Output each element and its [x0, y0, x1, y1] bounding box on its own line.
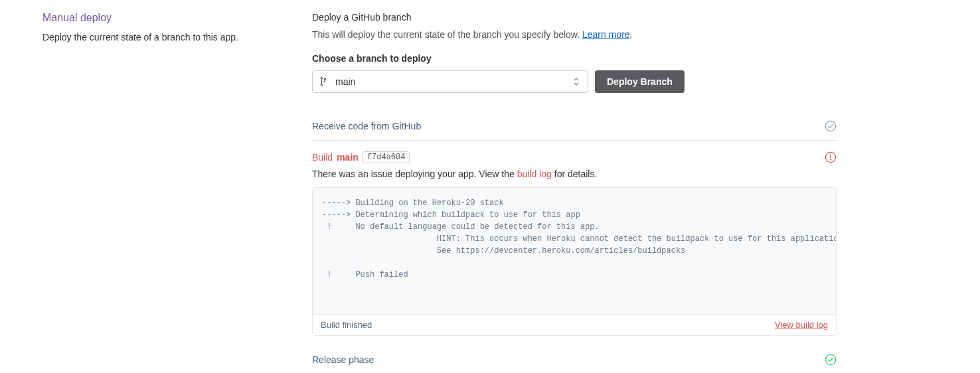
build-log-box: -----> Building on the Heroku-20 stack -… [312, 187, 837, 336]
svg-point-0 [825, 121, 835, 131]
deploy-branch-button[interactable]: Deploy Branch [595, 70, 685, 93]
build-log-footer: Build finished View build log [313, 314, 836, 335]
build-issue-text: There was an issue deploying your app. V… [312, 169, 837, 179]
choose-branch-label: Choose a branch to deploy [312, 53, 837, 64]
step-release-phase: Release phase [312, 345, 837, 373]
sidebar-title: Manual deploy [42, 12, 286, 24]
build-log-content[interactable]: -----> Building on the Heroku-20 stack -… [313, 188, 836, 314]
page-desc: This will deploy the current state of th… [312, 29, 837, 40]
build-label: Build [312, 152, 333, 163]
main-content: Deploy a GitHub branch This will deploy … [312, 12, 837, 373]
check-circle-icon [825, 120, 837, 132]
svg-point-4 [825, 354, 835, 364]
build-finished-label: Build finished [321, 320, 372, 330]
check-circle-success-icon [825, 354, 837, 366]
step-receive-code: Receive code from GitHub [312, 112, 837, 141]
learn-more-link[interactable]: Learn more [582, 29, 630, 40]
sidebar-info: Manual deploy Deploy the current state o… [42, 12, 312, 373]
page-title: Deploy a GitHub branch [312, 12, 837, 23]
desc-text: This will deploy the current state of th… [312, 29, 582, 40]
build-branch: main [337, 152, 359, 163]
branch-select[interactable]: main [312, 70, 588, 93]
error-circle-icon [825, 151, 837, 163]
issue-after: for details. [552, 169, 597, 179]
view-build-log-link[interactable]: View build log [775, 320, 828, 330]
issue-before: There was an issue deploying your app. V… [312, 169, 517, 179]
step-release-label: Release phase [312, 354, 374, 365]
sidebar-desc: Deploy the current state of a branch to … [42, 31, 286, 45]
build-log-link-inline[interactable]: build log [517, 169, 552, 179]
branch-icon [319, 77, 329, 86]
step-receive-label: Receive code from GitHub [312, 121, 421, 131]
commit-hash[interactable]: f7d4a604 [363, 151, 410, 163]
desc-after: . [630, 29, 633, 40]
step-build: Build main f7d4a604 [312, 141, 837, 163]
svg-point-3 [830, 159, 831, 160]
chevron-updown-icon [572, 78, 581, 86]
branch-selected-value: main [335, 76, 572, 87]
